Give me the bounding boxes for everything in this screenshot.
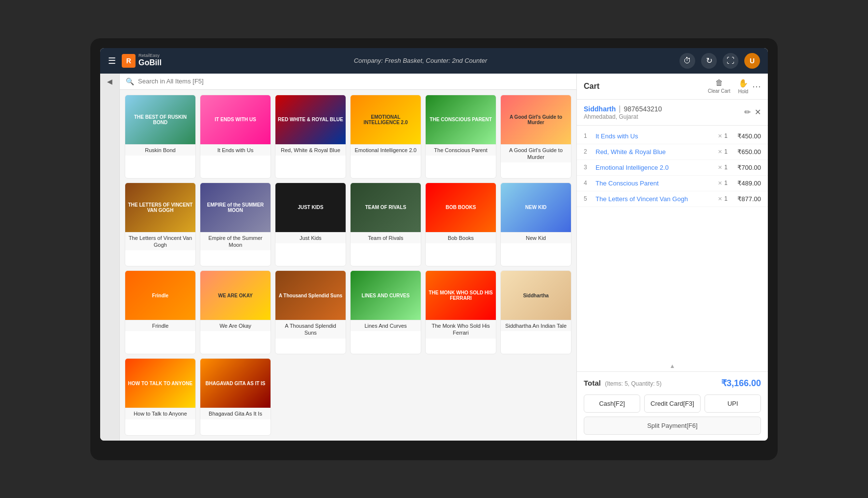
clear-cart-button[interactable]: 🗑 Clear Cart (708, 79, 731, 94)
fullscreen-icon[interactable]: ⛶ (723, 53, 738, 69)
cart-panel: Cart 🗑 Clear Cart ✋ Hold ⋯ Sidd (576, 74, 768, 441)
product-label-conscious: The Conscious Parent (426, 144, 496, 156)
user-avatar[interactable]: U (744, 53, 760, 69)
product-card-monk[interactable]: THE MONK WHO SOLD HIS FERRARI The Monk W… (425, 270, 496, 354)
brand-text: RetailEasy GoBill (138, 53, 162, 67)
company-info: Company: Fresh Basket, Counter: 2nd Coun… (167, 57, 674, 64)
product-label-emotional: Emotional Intelligence 2.0 (351, 144, 421, 156)
main-area: ◀ 🔍 THE BEST OF RUSKIN BOND Ruskin Bond (100, 74, 768, 441)
cart-item-name-3[interactable]: Emotional Intelligence 2.0 (596, 164, 714, 171)
customer-separator: | (619, 105, 621, 113)
brand-icon: R (122, 54, 136, 68)
product-card-siddhartha[interactable]: Siddhartha Siddhartha An Indian Tale (500, 270, 571, 354)
product-label-bob: Bob Books (426, 232, 496, 243)
product-card-frindle[interactable]: Frindle Frindle (125, 270, 196, 354)
cart-item-price-3: ₹700.00 (732, 164, 761, 171)
customer-actions: ✏ ✕ (744, 107, 761, 117)
split-payment-button[interactable]: Split Payment[F6] (584, 417, 761, 435)
product-card-empire[interactable]: EMPIRE of the SUMMER MOON Empire of the … (200, 183, 271, 266)
product-label-frindle: Frindle (125, 320, 195, 331)
product-grid: THE BEST OF RUSKIN BOND Ruskin Bond IT E… (120, 90, 576, 441)
product-label-how-to-talk: How to Talk to Anyone (125, 408, 195, 419)
product-card-conscious[interactable]: THE CONSCIOUS PARENT The Conscious Paren… (425, 95, 496, 179)
cart-item-name-5[interactable]: The Letters of Vincent Van Gogh (596, 195, 714, 203)
product-card-red-white[interactable]: RED WHITE & ROYAL BLUE Red, White & Roya… (275, 95, 346, 179)
product-card-just-kids[interactable]: JUST KIDS Just Kids (275, 183, 346, 266)
search-input[interactable] (138, 78, 570, 85)
product-label-just-kids: Just Kids (275, 232, 346, 243)
product-card-letters[interactable]: THE LETTERS OF VINCENT VAN GOGH The Lett… (125, 183, 196, 266)
sidebar: ◀ (100, 74, 120, 441)
brand-main: GoBill (138, 58, 162, 67)
cart-item-num-3: 3 (584, 164, 592, 171)
product-label-bhagavad: Bhagavad Gita As It Is (200, 408, 271, 419)
product-card-bob[interactable]: BOB BOOKS Bob Books (425, 183, 496, 266)
cart-item-qty-4: ✕ 1 (718, 180, 728, 186)
remove-customer-icon[interactable]: ✕ (755, 107, 761, 117)
scroll-up-button[interactable]: ▲ (577, 361, 768, 371)
product-label-thousand-suns: A Thousand Splendid Suns (275, 320, 346, 339)
product-label-ruskin: Ruskin Bond (125, 144, 195, 156)
product-img-bob: BOB BOOKS (426, 183, 496, 232)
hold-icon: ✋ (738, 79, 748, 88)
product-card-thousand-suns[interactable]: A Thousand Splendid Suns A Thousand Sple… (275, 270, 346, 354)
product-img-just-kids: JUST KIDS (275, 183, 346, 232)
upi-button[interactable]: UPI (705, 394, 761, 413)
product-img-thousand-suns: A Thousand Splendid Suns (275, 271, 346, 320)
cart-item-price-2: ₹650.00 (732, 148, 761, 156)
product-label-monk: The Monk Who Sold His Ferrari (426, 320, 496, 339)
cart-total-row: Total (Items: 5, Quantity: 5) ₹3,166.00 (584, 378, 761, 389)
product-img-siddhartha: Siddhartha (501, 271, 571, 320)
cart-item-price-4: ₹489.00 (732, 180, 761, 187)
search-bar: 🔍 (120, 74, 576, 90)
hold-button[interactable]: ✋ Hold (738, 79, 748, 94)
product-img-we-are-okay: WE ARE OKAY (200, 271, 271, 320)
refresh-icon[interactable]: ↻ (701, 53, 717, 69)
product-img-conscious: THE CONSCIOUS PARENT (426, 95, 496, 144)
history-icon[interactable]: ⏱ (679, 53, 695, 69)
product-img-frindle: Frindle (125, 271, 195, 320)
cart-footer: Total (Items: 5, Quantity: 5) ₹3,166.00 … (577, 371, 768, 441)
product-card-we-are-okay[interactable]: WE ARE OKAY We Are Okay (200, 270, 271, 354)
product-card-how-to-talk[interactable]: HOW TO TALK TO ANYONE How to Talk to Any… (125, 358, 196, 435)
cart-item-name-1[interactable]: It Ends with Us (596, 132, 714, 140)
hamburger-icon[interactable]: ☰ (108, 55, 116, 66)
product-card-good-girl[interactable]: A Good Girl's Guide to Murder A Good Gir… (500, 95, 571, 179)
cart-total-label: Total (584, 379, 601, 387)
cart-item-name-2[interactable]: Red, White & Royal Blue (596, 148, 714, 156)
product-img-lines: LINES AND CURVES (351, 271, 421, 320)
product-card-bhagavad[interactable]: BHAGAVAD GITA AS IT IS Bhagavad Gita As … (200, 358, 271, 435)
product-label-we-are-okay: We Are Okay (200, 320, 271, 331)
cart-item-qty-5: ✕ 1 (718, 195, 728, 202)
cart-item-qty-val-1: 1 (724, 132, 728, 139)
clear-cart-label: Clear Cart (708, 88, 731, 94)
product-card-it-ends[interactable]: IT ENDS WITH US It Ends with Us (200, 95, 271, 179)
cart-more-icon[interactable]: ⋯ (752, 81, 761, 92)
customer-phone: 9876543210 (624, 105, 662, 113)
laptop-frame: ☰ R RetailEasy GoBill Company: Fresh Bas… (90, 38, 778, 460)
cart-item-num-4: 4 (584, 180, 592, 186)
edit-customer-icon[interactable]: ✏ (744, 107, 751, 117)
product-card-new-kid[interactable]: NEW KID New Kid (500, 183, 571, 266)
brand-sub: RetailEasy (138, 53, 162, 58)
product-card-emotional[interactable]: EMOTIONAL INTELLIGENCE 2.0 Emotional Int… (350, 95, 421, 179)
product-label-new-kid: New Kid (501, 232, 571, 243)
product-label-empire: Empire of the Summer Moon (200, 232, 271, 251)
cart-total-info: Total (Items: 5, Quantity: 5) (584, 379, 662, 388)
cart-item-num-2: 2 (584, 148, 592, 155)
product-label-letters: The Letters of Vincent Van Gogh (125, 232, 195, 251)
product-label-siddhartha: Siddhartha An Indian Tale (501, 320, 571, 331)
product-card-team[interactable]: TEAM OF RIVALS Team of Rivals (350, 183, 421, 266)
clear-cart-icon: 🗑 (715, 79, 723, 87)
sidebar-collapse-icon[interactable]: ◀ (107, 78, 112, 85)
nav-icons: ⏱ ↻ ⛶ U (679, 53, 760, 69)
product-label-lines: Lines And Curves (351, 320, 421, 331)
product-card-lines[interactable]: LINES AND CURVES Lines And Curves (350, 270, 421, 354)
product-img-emotional: EMOTIONAL INTELLIGENCE 2.0 (351, 95, 421, 144)
product-img-good-girl: A Good Girl's Guide to Murder (501, 95, 571, 144)
payment-buttons: Cash[F2] Credit Card[F3] UPI (584, 394, 761, 413)
product-card-ruskin[interactable]: THE BEST OF RUSKIN BOND Ruskin Bond (125, 95, 196, 179)
credit-card-button[interactable]: Credit Card[F3] (644, 394, 701, 413)
cash-button[interactable]: Cash[F2] (584, 394, 640, 413)
cart-item-name-4[interactable]: The Conscious Parent (596, 180, 714, 187)
